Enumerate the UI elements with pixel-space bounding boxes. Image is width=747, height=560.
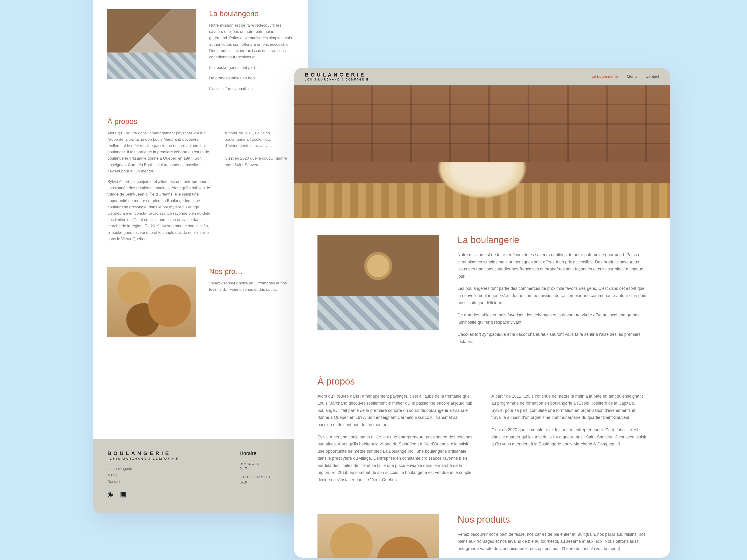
top-nav: BOULANGERIE LOUIS MARCHAND & COMPAGNIE L… — [294, 68, 670, 85]
section-title: La boulangerie — [209, 9, 294, 18]
about-paragraph: Sylvie Albert, sa conjointe et alliée, e… — [317, 433, 473, 483]
section-title: À propos — [107, 117, 294, 126]
section-paragraph: Notre mission est de faire redécouvrir l… — [458, 251, 647, 280]
hero-bread-photo — [294, 85, 670, 218]
footer-link-menu[interactable]: Menu — [107, 473, 179, 477]
footer-logo-line1: BOULANGERIE — [107, 450, 179, 456]
section-paragraph: Venez découvrir notre pa… fromages et no… — [209, 280, 294, 293]
section-paragraph: L'accueil fort sympathique et le décor c… — [458, 331, 647, 345]
nav-link-boulangerie[interactable]: La boulangerie — [592, 74, 618, 79]
hours-day-label: DIMANCHE — [239, 462, 270, 465]
hours-value: 8-18 — [239, 480, 270, 484]
bakery-interior-photo — [107, 9, 196, 79]
footer-logo-line2: LOUIS MARCHAND & COMPAGNIE — [107, 457, 179, 461]
nav-link-contact[interactable]: Contact — [645, 74, 659, 79]
section-paragraph: Les boulangeries font partie des commerc… — [458, 285, 647, 306]
pastries-photo — [317, 514, 439, 558]
section-a-propos: À propos Alors qu'il œuvre dans l'aménag… — [317, 376, 647, 488]
section-title: À propos — [317, 376, 647, 386]
site-footer: BOULANGERIE LOUIS MARCHAND & COMPAGNIE L… — [93, 439, 308, 513]
facebook-icon[interactable]: ◉ — [107, 490, 113, 498]
logo-line2: LOUIS MARCHAND & COMPAGNIE — [305, 78, 369, 81]
page-mockup-front: BOULANGERIE LOUIS MARCHAND & COMPAGNIE L… — [294, 68, 670, 558]
section-nos-produits: Nos produits Venez découvrir notre pain … — [317, 514, 647, 558]
section-paragraph: Venez découvrir notre pain de fesse, nos… — [458, 531, 647, 552]
section-title: Nos pro… — [209, 267, 294, 276]
section-la-boulangerie: La boulangerie Notre mission est de fair… — [317, 235, 647, 350]
hours-title: Horaire — [239, 450, 270, 456]
pastries-photo — [107, 267, 196, 337]
instagram-icon[interactable]: ▣ — [120, 490, 126, 498]
footer-link-contact[interactable]: Contact — [107, 480, 179, 484]
section-title: Nos produits — [458, 514, 647, 525]
about-paragraph: C'est en 2020 que le couple refait le sa… — [491, 426, 647, 448]
section-paragraph: Notre mission est de faire redécouvrir l… — [209, 22, 294, 60]
about-paragraph: Alors qu'il œuvre dans l'aménagement pay… — [107, 130, 211, 174]
section-nos-produits: Nos pro… Venez découvrir notre pa… froma… — [107, 267, 294, 337]
section-paragraph: L'accueil fort sympathiqu… — [209, 86, 294, 92]
logo-line1: BOULANGERIE — [305, 72, 369, 78]
hours-value: 9-17 — [239, 467, 270, 471]
page-mockup-back: La boulangerie Notre mission est de fair… — [93, 0, 308, 513]
section-a-propos: À propos Alors qu'il œuvre dans l'aménag… — [107, 117, 294, 246]
section-paragraph: Les boulangeries font part… — [209, 64, 294, 71]
bakery-interior-photo — [317, 235, 439, 330]
section-la-boulangerie: La boulangerie Notre mission est de fair… — [107, 9, 294, 96]
section-paragraph: De grandes tables en bois favorisent les… — [458, 312, 647, 326]
about-paragraph: À partir de 2011, Louis continue de mett… — [491, 393, 647, 421]
nav-link-menu[interactable]: Menu — [627, 74, 637, 79]
section-paragraph: De grandes tables en bois… — [209, 75, 294, 81]
about-paragraph: Sylvie Albert, sa conjointe et alliée, e… — [107, 179, 211, 242]
about-paragraph: À partir de 2011, Louis co… boulangerie … — [225, 130, 294, 168]
footer-link-boulangerie[interactable]: La boulangerie — [107, 466, 179, 471]
section-title: La boulangerie — [458, 235, 647, 245]
about-paragraph: Alors qu'il œuvre dans l'aménagement pay… — [317, 393, 473, 428]
brand-logo[interactable]: BOULANGERIE LOUIS MARCHAND & COMPAGNIE — [305, 72, 369, 81]
hours-day-label: LUNDI – SAMEDI — [239, 475, 270, 479]
